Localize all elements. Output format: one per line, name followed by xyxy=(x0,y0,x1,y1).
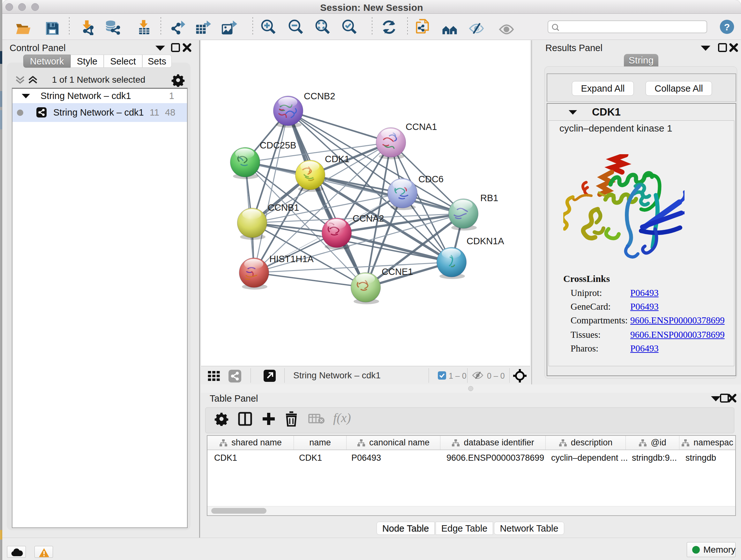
svg-text:HIST1H1A: HIST1H1A xyxy=(269,254,314,264)
svg-text:CDKN1A: CDKN1A xyxy=(467,236,504,246)
svg-text:CCNA1: CCNA1 xyxy=(406,122,437,132)
svg-text:RB1: RB1 xyxy=(480,193,498,203)
svg-text:CDC25B: CDC25B xyxy=(260,140,296,150)
svg-text:?: ? xyxy=(724,22,730,32)
svg-text:CCNA2: CCNA2 xyxy=(353,213,384,224)
svg-text:CCNE1: CCNE1 xyxy=(382,266,413,277)
svg-text:CCNB1: CCNB1 xyxy=(268,202,299,212)
svg-text:CDK1: CDK1 xyxy=(325,154,349,164)
svg-text:CCNB2: CCNB2 xyxy=(304,91,335,101)
svg-text:CDC6: CDC6 xyxy=(418,174,444,184)
